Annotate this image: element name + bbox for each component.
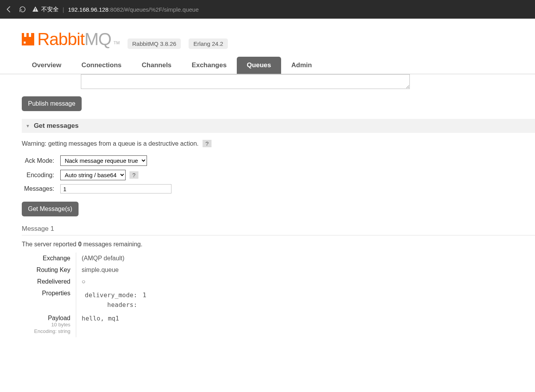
message-details-table: Exchange (AMQP default) Routing Key simp… xyxy=(22,253,155,337)
warning-help-icon[interactable]: ? xyxy=(203,140,211,147)
erlang-version-badge: Erlang 24.2 xyxy=(189,38,228,49)
get-messages-form: Ack Mode: Nack message requeue true Enco… xyxy=(22,153,174,195)
headers-key: headers: xyxy=(82,300,140,309)
redelivered-label: Redelivered xyxy=(22,276,76,287)
properties-label: Properties xyxy=(22,287,76,312)
messages-count-input[interactable] xyxy=(60,184,171,193)
properties-value: delivery_mode: 1 headers: xyxy=(76,287,155,312)
publish-payload-textarea[interactable] xyxy=(81,74,410,89)
publish-message-button[interactable]: Publish message xyxy=(22,96,82,111)
back-icon[interactable] xyxy=(5,5,13,14)
warning-icon xyxy=(32,6,39,13)
main-tabs: Overview Connections Channels Exchanges … xyxy=(0,57,535,74)
warning-text: Warning: getting messages from a queue i… xyxy=(22,140,199,147)
encoding-help-icon[interactable]: ? xyxy=(129,171,138,179)
encoding-label: Encoding: xyxy=(22,168,58,182)
remaining-messages-line: The server reported 0 messages remaining… xyxy=(22,241,535,248)
delivery-mode-value: 1 xyxy=(140,291,149,300)
page-header: RabbitMQ TM RabbitMQ 3.8.26 Erlang 24.2 xyxy=(0,19,535,54)
get-messages-section-header[interactable]: ▼ Get messages xyxy=(22,119,535,133)
get-messages-title: Get messages xyxy=(34,122,79,130)
url-host: 192.168.96.128 xyxy=(68,6,108,13)
address-separator: | xyxy=(63,6,64,13)
table-row: Routing Key simple.queue xyxy=(22,264,155,276)
address-bar[interactable]: 不安全 | 192.168.96.128:8082/#/queues/%2F/s… xyxy=(32,6,199,13)
delivery-mode-key: delivery_mode: xyxy=(82,291,140,300)
table-row: Properties delivery_mode: 1 headers: xyxy=(22,287,155,312)
divider xyxy=(22,235,535,235)
encoding-select[interactable]: Auto string / base64 xyxy=(60,170,126,180)
table-row: Exchange (AMQP default) xyxy=(22,253,155,264)
routing-key-value: simple.queue xyxy=(76,264,155,276)
svg-rect-0 xyxy=(35,8,36,10)
rabbitmq-logo[interactable]: RabbitMQ TM xyxy=(22,30,120,49)
payload-encoding: Encoding: string xyxy=(27,328,70,335)
tab-exchanges[interactable]: Exchanges xyxy=(182,57,237,74)
not-secure-label: 不安全 xyxy=(41,6,59,13)
rabbitmq-logo-text: RabbitMQ xyxy=(37,30,111,49)
tab-overview[interactable]: Overview xyxy=(22,57,72,74)
redelivered-value: ○ xyxy=(76,276,155,287)
tab-connections[interactable]: Connections xyxy=(72,57,132,74)
rabbitmq-version-badge: RabbitMQ 3.8.26 xyxy=(128,38,181,49)
not-secure-warning: 不安全 xyxy=(32,6,59,13)
ack-mode-label: Ack Mode: xyxy=(22,153,58,168)
svg-rect-1 xyxy=(35,10,36,11)
rabbitmq-logo-icon xyxy=(22,33,34,45)
reload-icon[interactable] xyxy=(19,5,26,13)
chevron-down-icon: ▼ xyxy=(26,124,30,128)
url-path: :8082/#/queues/%2F/simple.queue xyxy=(108,6,199,13)
exchange-value: (AMQP default) xyxy=(76,253,155,264)
get-messages-warning: Warning: getting messages from a queue i… xyxy=(22,140,535,147)
message-result-title: Message 1 xyxy=(22,225,535,233)
tab-queues[interactable]: Queues xyxy=(237,57,281,74)
table-row: Payload 10 bytes Encoding: string hello,… xyxy=(22,312,155,337)
exchange-label: Exchange xyxy=(22,253,76,264)
url-text: 192.168.96.128:8082/#/queues/%2F/simple.… xyxy=(68,6,199,13)
trademark-symbol: TM xyxy=(114,40,120,49)
headers-value xyxy=(140,300,149,309)
payload-label: Payload 10 bytes Encoding: string xyxy=(22,312,76,337)
messages-count-label: Messages: xyxy=(22,182,58,195)
payload-value: hello, mq1 xyxy=(76,312,155,337)
ack-mode-select[interactable]: Nack message requeue true xyxy=(60,155,147,166)
payload-bytes: 10 bytes xyxy=(27,322,70,328)
browser-chrome: 不安全 | 192.168.96.128:8082/#/queues/%2F/s… xyxy=(0,0,535,19)
get-messages-button[interactable]: Get Message(s) xyxy=(22,202,79,216)
table-row: Redelivered ○ xyxy=(22,276,155,287)
routing-key-label: Routing Key xyxy=(22,264,76,276)
tab-admin[interactable]: Admin xyxy=(281,57,322,74)
tab-channels[interactable]: Channels xyxy=(132,57,182,74)
